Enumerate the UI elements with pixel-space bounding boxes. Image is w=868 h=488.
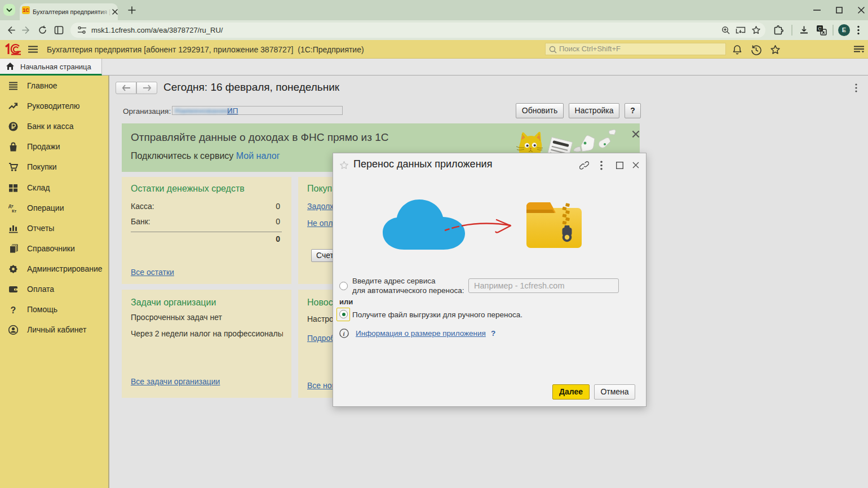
svg-text:G: G — [818, 26, 822, 32]
svg-text:Кт: Кт — [12, 208, 17, 213]
svg-text:i: i — [343, 330, 346, 337]
svg-text:?: ? — [11, 305, 16, 315]
